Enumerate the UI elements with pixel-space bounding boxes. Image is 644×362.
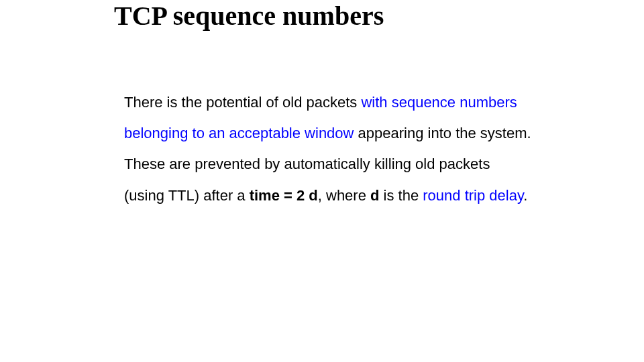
body-text-3: , where — [318, 187, 370, 204]
body-text-1: There is the potential of old packets — [124, 94, 361, 111]
body-highlight-2: round trip delay — [423, 187, 523, 204]
body-bold-time: time = 2 d — [250, 187, 318, 204]
body-bold-d: d — [370, 187, 379, 204]
slide-title: TCP sequence numbers — [114, 0, 384, 32]
body-text-5: . — [523, 187, 527, 204]
body-text-4: is the — [379, 187, 423, 204]
slide: TCP sequence numbers There is the potent… — [0, 0, 644, 362]
slide-body: There is the potential of old packets wi… — [124, 87, 533, 211]
